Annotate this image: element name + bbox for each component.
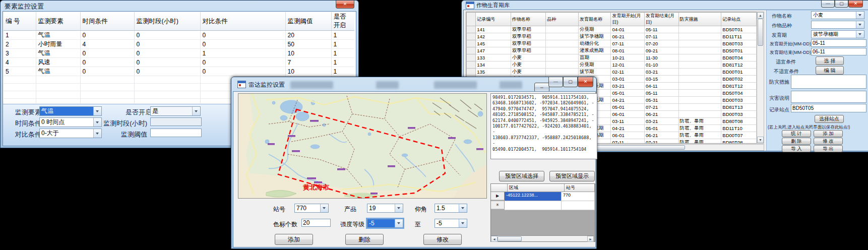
column-header[interactable]: 发育期开始(月日) [611, 13, 645, 26]
element-combo[interactable]: 气温 [39, 106, 102, 116]
titlebar[interactable]: 雷达监控设置 ⇔ — ▢ ✕ [231, 77, 596, 91]
column-header[interactable]: 编 号 [4, 12, 36, 31]
table-row[interactable]: 142双季早稻拔节孕穗期06-2107-11BD11T11 [467, 33, 757, 40]
table-row[interactable]: 1气温000201 [4, 31, 354, 40]
station-combo[interactable]: 770 [294, 204, 329, 213]
to-combo[interactable]: -5 [435, 219, 467, 228]
table-cell: 4 [80, 40, 134, 49]
table-row[interactable]: 2小时雨量400501 [4, 40, 354, 49]
threshold-input[interactable] [150, 129, 202, 137]
table-row[interactable]: 147双季早稻灌浆成熟期08-0109-21BD50T01 [467, 47, 757, 54]
table-cell: 142 [476, 33, 511, 40]
panel-button[interactable]: 添 加 [814, 130, 843, 137]
chevron-down-icon[interactable] [856, 31, 864, 38]
stage-start-input[interactable]: 05-11 [811, 39, 866, 47]
grid-row-new[interactable]: ✳ [491, 201, 595, 210]
table-cell [4, 84, 36, 91]
grid-horizontal-scrollbar[interactable]: ◄ ► [491, 235, 594, 241]
table-cell: 04-01 [611, 26, 645, 33]
close-icon[interactable]: ✕ [578, 77, 593, 87]
grid-cell-station[interactable]: 770 [562, 192, 595, 201]
colorbar-input[interactable]: 20 [301, 219, 331, 227]
chevron-down-icon[interactable] [93, 107, 101, 115]
chevron-down-icon[interactable] [395, 219, 403, 227]
titlebar[interactable]: 作物生育期库 — ▢ ✕ [462, 1, 868, 10]
stage-combo[interactable]: 拔节孕穗期 [811, 30, 864, 38]
chevron-down-icon[interactable] [856, 12, 864, 19]
panel-button[interactable]: 导 出 [814, 145, 843, 152]
column-header[interactable]: 监测时段(小时) [134, 12, 200, 31]
grid-cell-area[interactable]: -45122.12238... [505, 192, 562, 201]
titlebar[interactable]: 要素监控设置 ✕ [1, 1, 358, 11]
table-row[interactable]: 5气温000101 [4, 67, 354, 76]
chevron-down-icon[interactable] [856, 21, 864, 28]
modify-button[interactable]: 修改 [423, 234, 462, 245]
table-row[interactable]: 3气温001101 [4, 49, 354, 58]
minimize-icon[interactable]: — [548, 77, 563, 87]
column-header[interactable]: 监测阈值 [285, 12, 331, 31]
column-header[interactable]: 作物名称 [511, 13, 546, 26]
note-textarea[interactable] [791, 91, 866, 103]
suitable-select-button[interactable]: 选 择 [816, 56, 844, 65]
scroll-up-icon[interactable]: ▲ [757, 12, 764, 19]
warning-area-show-button[interactable]: 预警区域显示 [549, 171, 595, 181]
product-combo[interactable]: 19 [367, 204, 403, 213]
table-row[interactable]: 134小麦分蘖期12-0101-10BD81T12 [467, 61, 757, 69]
enabled-combo[interactable]: 是 [150, 106, 201, 116]
chevron-down-icon[interactable] [395, 204, 403, 212]
table-row[interactable]: 135小麦拔节期02-1103-21BD00T01 [467, 69, 757, 76]
grid-row-selected[interactable]: ▶ -45122.12238... 770 [491, 192, 595, 201]
panel-button[interactable]: 删 除 [782, 138, 811, 145]
column-header[interactable]: 监测要素 [36, 12, 80, 31]
chevron-down-icon[interactable] [459, 204, 467, 212]
delete-button[interactable]: 删除 [345, 234, 384, 245]
scroll-down-icon[interactable]: ▼ [757, 137, 764, 143]
column-header[interactable]: 是否开启 [331, 12, 354, 31]
chevron-down-icon[interactable] [192, 107, 200, 115]
table-row[interactable]: 141双季早稻分蘖期04-0105-11BD50T01 [467, 26, 757, 33]
chevron-down-icon[interactable] [459, 219, 467, 227]
table-cell: 05-01 [645, 125, 679, 132]
column-header[interactable]: 发育期结束(月日) [645, 13, 679, 26]
close-icon[interactable]: ✕ [848, 1, 863, 8]
minimize-icon[interactable]: — [821, 1, 835, 8]
warning-area-grid[interactable]: 区域 站号 ▶ -45122.12238... 770 ✳ ◄ ► [490, 183, 595, 242]
add-button[interactable]: 添加 [275, 234, 313, 245]
column-header[interactable]: 对比条件 [200, 12, 285, 31]
period-input[interactable] [150, 117, 202, 126]
column-header[interactable]: 记录编号 [476, 13, 511, 26]
panel-button[interactable]: 导 入 [782, 145, 811, 152]
table-cell: 06-21 [611, 33, 645, 40]
column-header[interactable]: 时间条件 [80, 12, 134, 31]
scroll-left-icon[interactable]: ◄ [491, 236, 498, 242]
crop-variety-combo[interactable] [811, 21, 864, 29]
coordinates-textarea[interactable]: 98491.0172034571, 905914.1111754103, 634… [490, 93, 597, 159]
table-row[interactable]: 145双季早稻幼穗分化07-1107-20BD80T03 [467, 40, 757, 47]
crop-name-combo[interactable]: 小麦 [811, 11, 864, 19]
maximize-icon[interactable]: ▢ [835, 1, 848, 8]
record-station-input[interactable]: BD50T05 [791, 104, 866, 112]
intensity-combo[interactable]: -5 [367, 219, 403, 228]
column-header[interactable]: 发育期名称 [578, 13, 611, 26]
unsuitable-select-button[interactable]: 编 辑 [816, 66, 844, 75]
prevention-textarea[interactable] [791, 75, 866, 89]
select-station-button[interactable]: 选择站点 [815, 115, 844, 123]
stage-end-input[interactable]: 06-11 [811, 48, 866, 55]
close-icon[interactable]: ✕ [336, 1, 354, 9]
column-header[interactable]: 品种 [546, 13, 579, 26]
column-header[interactable]: 记录站点 [721, 13, 757, 26]
panel-button[interactable]: 修 改 [814, 138, 843, 145]
chevron-down-icon[interactable] [320, 204, 328, 212]
scroll-right-icon[interactable]: ► [587, 236, 594, 242]
panel-button[interactable]: 统 计 [782, 130, 811, 137]
column-header[interactable]: 防灾措施 [678, 13, 721, 26]
table-row[interactable]: 133小麦苗期10-2111-30BD80T04 [467, 54, 757, 61]
table-row[interactable]: 4风速00071 [4, 58, 354, 67]
maximize-icon[interactable]: ▢ [563, 77, 578, 87]
elevation-combo[interactable]: 1.5 [435, 204, 467, 213]
time-combo[interactable]: 0 时间点 [39, 117, 102, 127]
warning-area-select-button[interactable]: 预警区域选择 [499, 171, 544, 181]
compare-combo[interactable]: 0-大于 [39, 129, 102, 138]
vertical-scrollbar[interactable]: ▲ ▼ [757, 12, 764, 144]
map-view[interactable]: 黄北海市 [238, 93, 487, 199]
